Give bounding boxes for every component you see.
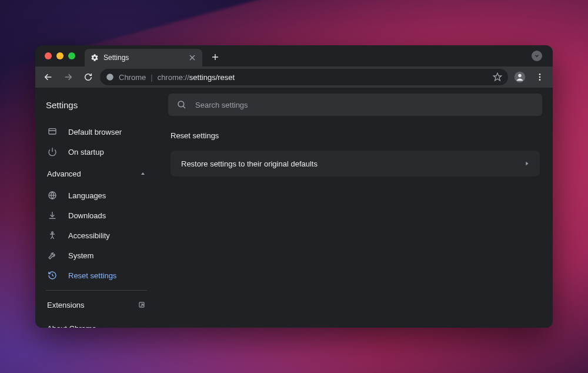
accessibility-icon: [47, 230, 58, 241]
back-button[interactable]: [40, 69, 56, 85]
restore-defaults-row[interactable]: Restore settings to their original defau…: [171, 151, 540, 176]
globe-icon: [47, 190, 58, 201]
svg-point-10: [539, 74, 541, 75]
external-link-icon: [138, 301, 146, 309]
site-info-icon[interactable]: [106, 73, 114, 81]
svg-point-23: [52, 232, 54, 234]
sidebar-item-label: On startup: [68, 148, 104, 156]
window-minimize-button[interactable]: [56, 52, 64, 59]
browser-window: Settings Chrome |: [35, 45, 553, 328]
power-icon: [47, 146, 58, 157]
section-title: Reset settings: [171, 131, 540, 140]
svg-line-14: [183, 106, 185, 108]
tab-strip: Settings: [35, 45, 553, 66]
svg-point-6: [106, 74, 113, 81]
menu-button[interactable]: [532, 69, 548, 85]
restore-icon: [47, 270, 58, 281]
sidebar-item-system[interactable]: System: [35, 245, 158, 265]
window-close-button[interactable]: [45, 52, 52, 59]
svg-line-27: [52, 237, 54, 239]
sidebar-item-downloads[interactable]: Downloads: [35, 205, 158, 225]
sidebar-item-label: Languages: [68, 191, 106, 200]
svg-point-11: [539, 76, 541, 78]
new-tab-button[interactable]: [207, 49, 223, 65]
sidebar-item-on-startup[interactable]: On startup: [35, 142, 158, 162]
settings-body: Default browser On startup Advanced: [35, 122, 553, 328]
address-chip: Chrome: [119, 73, 146, 82]
settings-main-panel: Reset settings Restore settings to their…: [158, 122, 553, 328]
section-label: Advanced: [47, 169, 81, 178]
sidebar-item-label: Accessibility: [68, 231, 110, 240]
search-input[interactable]: [195, 101, 534, 109]
address-url: chrome://settings/reset: [158, 73, 235, 82]
svg-point-13: [178, 101, 184, 107]
settings-search[interactable]: [168, 94, 542, 116]
sidebar-item-label: Extensions: [47, 301, 85, 309]
address-divider: |: [151, 73, 152, 82]
svg-point-9: [518, 74, 521, 77]
sidebar-item-about[interactable]: About Chrome: [35, 317, 158, 328]
chevron-right-icon: [524, 161, 529, 166]
settings-sidebar: Default browser On startup Advanced: [35, 122, 158, 328]
settings-header: Settings: [35, 88, 553, 122]
browser-toolbar: Chrome | chrome://settings/reset: [35, 66, 553, 88]
sidebar-item-label: System: [68, 251, 93, 260]
page-title: Settings: [46, 100, 158, 110]
sidebar-item-reset-settings[interactable]: Reset settings: [35, 265, 158, 285]
svg-marker-18: [141, 172, 145, 175]
browser-icon: [47, 126, 58, 137]
sidebar-item-default-browser[interactable]: Default browser: [35, 122, 158, 142]
profile-button[interactable]: [512, 69, 528, 85]
svg-point-12: [539, 79, 541, 81]
row-label: Restore settings to their original defau…: [181, 159, 318, 168]
forward-button[interactable]: [60, 69, 76, 85]
svg-marker-7: [493, 73, 501, 81]
settings-content: Settings Default browser: [35, 88, 553, 328]
sidebar-item-extensions[interactable]: Extensions: [35, 293, 158, 317]
svg-rect-15: [49, 129, 56, 134]
window-maximize-button[interactable]: [68, 52, 75, 59]
address-bar[interactable]: Chrome | chrome://settings/reset: [100, 69, 508, 85]
omnibox-actions: [493, 72, 502, 82]
sidebar-divider: [46, 290, 147, 291]
sidebar-section-advanced[interactable]: Advanced: [35, 162, 158, 185]
svg-marker-32: [526, 162, 528, 165]
browser-tab[interactable]: Settings: [85, 49, 202, 66]
sidebar-item-label: About Chrome: [47, 324, 96, 328]
close-icon[interactable]: [188, 54, 196, 62]
svg-line-29: [52, 275, 54, 276]
svg-line-31: [141, 304, 143, 307]
search-icon: [176, 99, 187, 110]
tab-search-button[interactable]: [532, 51, 542, 61]
reload-button[interactable]: [80, 69, 96, 85]
tab-strip-right: [532, 51, 548, 61]
download-icon: [47, 210, 58, 221]
chevron-up-icon: [140, 171, 146, 176]
wrench-icon: [47, 250, 58, 261]
gear-icon: [91, 54, 99, 62]
sidebar-item-label: Downloads: [68, 211, 106, 220]
sidebar-item-label: Default browser: [68, 128, 122, 136]
sidebar-item-label: Reset settings: [68, 271, 116, 280]
window-controls: [40, 52, 85, 59]
sidebar-item-accessibility[interactable]: Accessibility: [35, 225, 158, 245]
bookmark-icon[interactable]: [493, 72, 502, 82]
sidebar-item-languages[interactable]: Languages: [35, 185, 158, 205]
tab-title: Settings: [103, 54, 183, 62]
